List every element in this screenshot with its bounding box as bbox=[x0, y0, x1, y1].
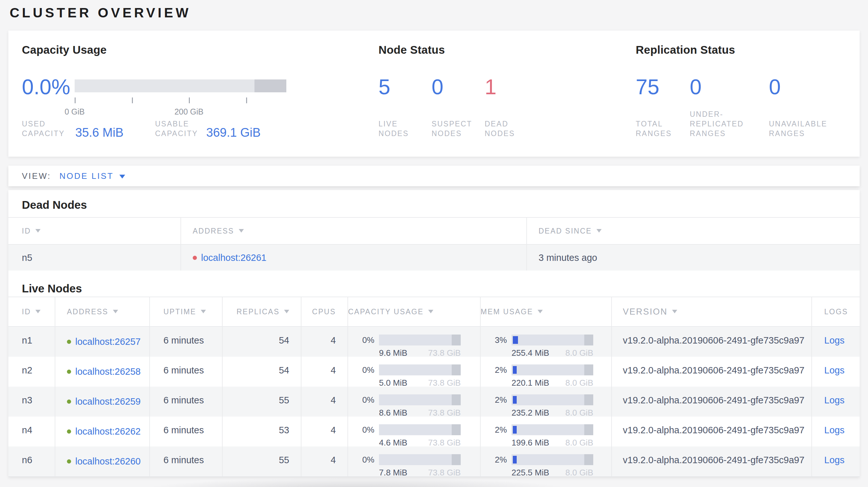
dead-nodes-label: DEAD NODES bbox=[485, 119, 533, 138]
capacity-percent: 0.0% bbox=[22, 75, 75, 112]
logs-cell: Logs bbox=[812, 357, 860, 387]
logs-cell: Logs bbox=[812, 327, 860, 357]
live-status-icon bbox=[67, 369, 71, 374]
cpus-cell: 4 bbox=[302, 447, 348, 476]
node-address-link[interactable]: localhost:26258 bbox=[75, 366, 141, 377]
sort-desc-icon bbox=[239, 229, 244, 233]
sort-desc-icon bbox=[537, 310, 543, 313]
column-header-dead-since[interactable]: DEAD SINCE bbox=[527, 218, 860, 244]
used-capacity-value: 35.6 MiB bbox=[75, 126, 124, 140]
capacity-usage-cell: 0% 9.6 MiB73.8 GiB bbox=[348, 327, 480, 357]
node-address-cell: localhost:26262 bbox=[55, 417, 150, 447]
page-title: CLUSTER OVERVIEW bbox=[10, 5, 191, 21]
logs-link[interactable]: Logs bbox=[824, 365, 844, 376]
sort-desc-icon bbox=[596, 229, 601, 233]
capacity-axis: 0 GiB 200 GiB bbox=[75, 92, 286, 112]
used-capacity-label: USED CAPACITY bbox=[22, 119, 76, 138]
view-bar: VIEW: NODE LIST bbox=[8, 166, 860, 186]
unavailable-ranges-stat: 0 UNAVAILABLE RANGES bbox=[769, 75, 846, 138]
uptime-cell: 6 minutes bbox=[150, 417, 223, 447]
column-header-capacity-usage[interactable]: CAPACITY USAGE bbox=[348, 297, 480, 326]
live-nodes-stat: 5 LIVE NODES bbox=[378, 75, 431, 138]
table-row: n5 localhost:26261 3 minutes ago bbox=[8, 245, 860, 270]
live-status-icon bbox=[67, 429, 71, 433]
dead-status-icon bbox=[193, 256, 197, 260]
view-label: VIEW: bbox=[22, 171, 51, 181]
usable-capacity-label: USABLE CAPACITY bbox=[155, 119, 210, 138]
replicas-cell: 55 bbox=[223, 387, 302, 417]
node-address-link[interactable]: localhost:26261 bbox=[201, 253, 267, 263]
column-header-mem-usage[interactable]: MEM USAGE bbox=[480, 297, 612, 326]
node-id-cell: n2 bbox=[8, 357, 55, 387]
column-header-id[interactable]: ID bbox=[8, 297, 55, 326]
capacity-usage-cell: 0% 8.6 MiB73.8 GiB bbox=[348, 387, 480, 417]
under-replicated-label: UNDER-REPLICATED RANGES bbox=[690, 109, 764, 138]
version-cell: v19.2.0-alpha.20190606-2491-gfe735c9a97 bbox=[612, 387, 812, 417]
node-address-link[interactable]: localhost:26262 bbox=[75, 426, 141, 437]
live-nodes-label: LIVE NODES bbox=[378, 119, 427, 138]
under-replicated-stat: 0 UNDER-REPLICATED RANGES bbox=[690, 75, 769, 138]
live-nodes-heading: Live Nodes bbox=[22, 282, 860, 295]
logs-link[interactable]: Logs bbox=[824, 335, 844, 346]
mem-mini-bar bbox=[512, 424, 593, 435]
table-row: n6 localhost:26260 6 minutes 55 4 0% 7.8… bbox=[8, 447, 860, 476]
logs-link[interactable]: Logs bbox=[824, 395, 844, 405]
capacity-usage-section: Capacity Usage 0.0% 0 GiB 200 GiB bbox=[22, 43, 378, 140]
column-header-id[interactable]: ID bbox=[8, 218, 181, 244]
axis-tick-label: 200 GiB bbox=[174, 107, 203, 117]
logs-link[interactable]: Logs bbox=[824, 425, 844, 435]
view-selected-value: NODE LIST bbox=[60, 171, 114, 181]
logs-link[interactable]: Logs bbox=[824, 455, 844, 465]
column-header-version[interactable]: VERSION bbox=[612, 297, 812, 326]
suspect-nodes-stat: 0 SUSPECT NODES bbox=[431, 75, 485, 138]
node-id-cell: n5 bbox=[8, 245, 181, 270]
sort-desc-icon bbox=[35, 310, 40, 313]
total-ranges-label: TOTAL RANGES bbox=[636, 119, 687, 138]
logs-cell: Logs bbox=[812, 417, 860, 447]
cpus-cell: 4 bbox=[302, 387, 348, 417]
uptime-cell: 6 minutes bbox=[150, 387, 223, 417]
sort-desc-icon bbox=[672, 310, 677, 313]
view-selector-dropdown[interactable]: NODE LIST bbox=[60, 171, 125, 181]
node-address-cell: localhost:26259 bbox=[55, 387, 150, 417]
logs-cell: Logs bbox=[812, 387, 860, 417]
sort-desc-icon bbox=[201, 310, 206, 313]
cpus-cell: 4 bbox=[302, 357, 348, 387]
total-ranges-stat: 75 TOTAL RANGES bbox=[636, 75, 690, 138]
dead-nodes-table-header: ID ADDRESS DEAD SINCE bbox=[8, 217, 860, 245]
capacity-usage-title: Capacity Usage bbox=[22, 43, 378, 56]
sort-desc-icon bbox=[113, 310, 118, 313]
node-id-cell: n4 bbox=[8, 417, 55, 447]
live-status-icon bbox=[67, 459, 71, 463]
bottom-scroll-shadow bbox=[146, 478, 568, 487]
dead-nodes-heading: Dead Nodes bbox=[22, 198, 860, 211]
version-cell: v19.2.0-alpha.20190606-2491-gfe735c9a97 bbox=[612, 357, 812, 387]
mem-usage-cell: 2% 235.2 MiB8.0 GiB bbox=[480, 387, 612, 417]
dead-nodes-count: 1 bbox=[485, 75, 636, 98]
node-address-link[interactable]: localhost:26259 bbox=[75, 396, 141, 407]
table-row: n2 localhost:26258 6 minutes 54 4 0% 5.0… bbox=[8, 357, 860, 387]
column-header-replicas[interactable]: REPLICAS bbox=[223, 297, 302, 326]
suspect-nodes-label: SUSPECT NODES bbox=[431, 119, 480, 138]
node-address-cell: localhost:26261 bbox=[181, 245, 527, 270]
column-header-address[interactable]: ADDRESS bbox=[55, 297, 150, 326]
mem-mini-bar bbox=[512, 454, 593, 465]
mem-mini-bar bbox=[512, 394, 593, 405]
node-address-link[interactable]: localhost:26260 bbox=[75, 456, 141, 467]
cpus-cell: 4 bbox=[302, 327, 348, 357]
node-address-link[interactable]: localhost:26257 bbox=[75, 336, 141, 347]
capacity-usage-cell: 0% 7.8 MiB73.8 GiB bbox=[348, 447, 480, 476]
column-header-address[interactable]: ADDRESS bbox=[181, 218, 527, 244]
capacity-mini-bar bbox=[379, 364, 461, 376]
capacity-mini-bar bbox=[379, 454, 461, 465]
mem-usage-cell: 2% 199.6 MiB8.0 GiB bbox=[480, 417, 612, 447]
uptime-cell: 6 minutes bbox=[150, 357, 223, 387]
total-ranges-count: 75 bbox=[636, 75, 690, 98]
axis-tick bbox=[132, 97, 133, 103]
node-id-cell: n1 bbox=[8, 327, 55, 357]
unavailable-ranges-count: 0 bbox=[769, 75, 846, 98]
mem-mini-bar bbox=[512, 364, 593, 376]
uptime-cell: 6 minutes bbox=[150, 447, 223, 476]
axis-tick bbox=[189, 97, 190, 103]
column-header-uptime[interactable]: UPTIME bbox=[150, 297, 223, 326]
